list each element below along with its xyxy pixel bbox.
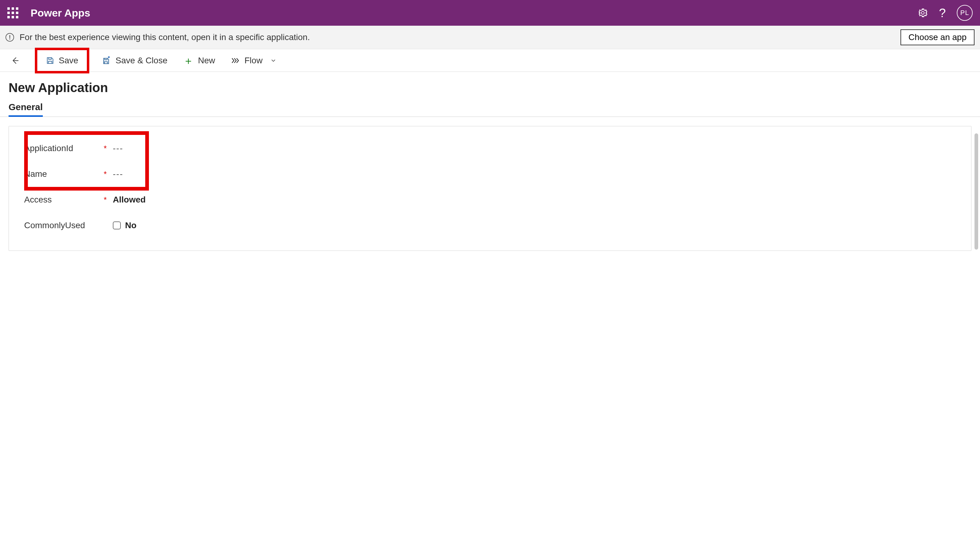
info-icon: ! <box>5 33 14 41</box>
application-id-input[interactable]: --- <box>113 143 956 153</box>
waffle-icon[interactable] <box>7 7 18 18</box>
new-label: New <box>198 56 215 65</box>
app-name: Power Apps <box>30 7 90 19</box>
access-input[interactable]: Allowed <box>113 195 956 205</box>
save-close-label: Save & Close <box>116 56 167 65</box>
command-bar: Save Save & Close ＋ New Flow <box>0 49 980 72</box>
flow-label: Flow <box>244 56 262 65</box>
header-right: ? PL <box>918 5 973 21</box>
name-input[interactable]: --- <box>113 169 956 179</box>
field-name: Name * --- <box>24 161 956 187</box>
name-value: --- <box>113 169 123 178</box>
save-close-button[interactable]: Save & Close <box>99 54 170 67</box>
chevron-down-icon <box>270 57 277 64</box>
commonly-used-value: No <box>125 221 136 230</box>
app-header: Power Apps ? PL <box>0 0 980 26</box>
access-label: Access <box>24 195 103 205</box>
save-label: Save <box>59 56 78 65</box>
required-mark: * <box>103 144 113 153</box>
flow-button[interactable]: Flow <box>228 54 280 67</box>
page-title: New Application <box>9 80 971 95</box>
application-id-value: --- <box>113 143 123 153</box>
avatar[interactable]: PL <box>957 5 973 21</box>
commonly-used-label: CommonlyUsed <box>24 221 103 230</box>
name-label: Name <box>24 169 103 179</box>
checkbox-icon[interactable] <box>113 221 121 229</box>
back-button[interactable] <box>7 54 22 67</box>
tab-general[interactable]: General <box>9 102 43 117</box>
save-button[interactable]: Save <box>43 54 81 67</box>
commonly-used-input[interactable]: No <box>113 221 956 230</box>
flow-icon <box>231 56 240 65</box>
field-commonly-used: CommonlyUsed No <box>24 213 956 238</box>
plus-icon: ＋ <box>183 56 194 66</box>
help-icon[interactable]: ? <box>939 6 946 20</box>
gear-icon[interactable] <box>918 8 928 18</box>
required-mark: * <box>103 169 113 179</box>
save-close-icon <box>102 56 111 65</box>
notice-text: For the best experience viewing this con… <box>19 32 310 42</box>
field-access: Access * Allowed <box>24 187 956 213</box>
save-icon <box>46 56 54 65</box>
scrollbar-thumb[interactable] <box>975 134 978 250</box>
svg-point-0 <box>921 11 924 14</box>
required-mark: * <box>103 195 113 205</box>
notice-bar: ! For the best experience viewing this c… <box>0 26 980 49</box>
application-id-label: ApplicationId <box>24 143 103 153</box>
form-content: New Application General ApplicationId * … <box>0 72 980 263</box>
header-left: Power Apps <box>7 7 90 19</box>
access-value: Allowed <box>113 195 146 204</box>
field-application-id: ApplicationId * --- <box>24 135 956 161</box>
form-card: ApplicationId * --- Name * --- Access * … <box>9 126 971 251</box>
tab-divider <box>0 116 980 117</box>
highlight-save-annotation: Save <box>35 48 89 73</box>
notice-left: ! For the best experience viewing this c… <box>5 32 310 42</box>
card-wrap: ApplicationId * --- Name * --- Access * … <box>9 126 971 251</box>
choose-app-button[interactable]: Choose an app <box>900 29 975 45</box>
new-button[interactable]: ＋ New <box>180 54 218 68</box>
